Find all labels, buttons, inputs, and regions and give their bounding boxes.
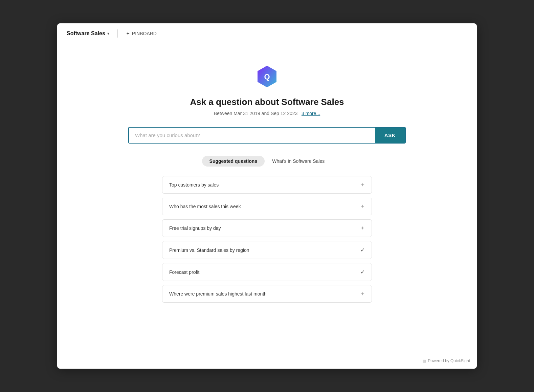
date-range-text: Between Mar 31 2019 and Sep 12 2023 — [214, 111, 298, 116]
footer: ▤ Powered by QuickSight — [422, 358, 470, 363]
question-text-3: Premium vs. Standard sales by region — [169, 247, 249, 253]
quicksight-icon: ▤ — [422, 359, 426, 363]
search-bar: ASK — [128, 127, 406, 144]
main-content: Q Ask a question about Software Sales Be… — [57, 44, 477, 369]
pinboard-link[interactable]: ✦ PINBOARD — [126, 31, 157, 36]
pin-icon: ✦ — [126, 31, 130, 36]
app-window: Software Sales ▾ ✦ PINBOARD Q — [57, 23, 477, 369]
date-range: Between Mar 31 2019 and Sep 12 2023 3 mo… — [214, 111, 320, 116]
app-title-group[interactable]: Software Sales ▾ — [67, 30, 109, 37]
question-item-2[interactable]: Free trial signups by day ✦ — [162, 219, 372, 237]
pinboard-label: PINBOARD — [132, 31, 157, 36]
question-icon-3: ✓ — [360, 247, 365, 253]
logo-container: Q — [255, 64, 279, 90]
top-bar: Software Sales ▾ ✦ PINBOARD — [57, 23, 477, 44]
question-item-0[interactable]: Top customers by sales ✦ — [162, 176, 372, 194]
question-item-5[interactable]: Where were premium sales highest last mo… — [162, 285, 372, 303]
page-title: Ask a question about Software Sales — [190, 97, 344, 107]
question-icon-2: ✦ — [360, 225, 365, 231]
top-bar-divider — [117, 29, 118, 38]
ask-button[interactable]: ASK — [375, 128, 405, 143]
footer-label: Powered by QuickSight — [428, 358, 470, 363]
app-logo: Q — [255, 64, 279, 89]
question-text-2: Free trial signups by day — [169, 225, 221, 231]
tabs-container: Suggested questions What's in Software S… — [202, 156, 332, 167]
question-item-1[interactable]: Who has the most sales this week ✦ — [162, 198, 372, 215]
dropdown-arrow-icon: ▾ — [107, 31, 109, 36]
questions-list: Top customers by sales ✦ Who has the mos… — [162, 176, 372, 303]
question-item-3[interactable]: Premium vs. Standard sales by region ✓ — [162, 241, 372, 259]
search-input[interactable] — [129, 128, 375, 143]
question-text-4: Forecast profit — [169, 269, 199, 275]
question-item-4[interactable]: Forecast profit ✓ — [162, 263, 372, 281]
question-text-1: Who has the most sales this week — [169, 204, 241, 209]
tab-whats-in-software-sales[interactable]: What's in Software Sales — [265, 156, 332, 167]
tab-suggested-questions[interactable]: Suggested questions — [202, 156, 265, 167]
svg-text:Q: Q — [264, 72, 270, 81]
question-icon-4: ✓ — [360, 269, 365, 275]
question-icon-1: ✦ — [360, 203, 365, 210]
app-title: Software Sales — [67, 30, 105, 37]
question-text-0: Top customers by sales — [169, 182, 219, 188]
question-icon-0: ✦ — [360, 182, 365, 188]
question-icon-5: ✦ — [360, 291, 365, 297]
question-text-5: Where were premium sales highest last mo… — [169, 291, 267, 297]
date-more-link[interactable]: 3 more... — [302, 111, 320, 116]
